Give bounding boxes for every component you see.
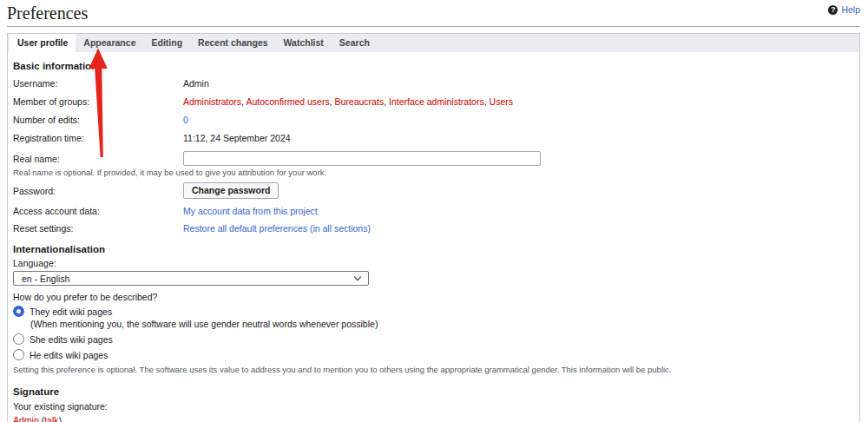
real-name-hint: Real name is optional. If provided, it m…	[13, 168, 854, 177]
tab-user-profile[interactable]: User profile	[10, 34, 76, 52]
signature-talk-link[interactable]: talk	[44, 415, 58, 422]
password-row: Password: Change password	[13, 182, 854, 199]
gender-option-they-label: They edit wiki pages	[30, 307, 112, 317]
radio-unselected-icon[interactable]	[13, 333, 24, 345]
radio-unselected-icon[interactable]	[13, 349, 24, 360]
help-link-label[interactable]: Help	[841, 4, 860, 15]
radio-selected-icon[interactable]	[13, 306, 24, 317]
group-link[interactable]: Bureaucrats	[335, 96, 385, 107]
language-label: Language:	[13, 259, 854, 268]
gender-option-she-label: She edits wiki pages	[30, 334, 113, 345]
language-select[interactable]: en - English	[13, 271, 369, 286]
username-row: Username: Admin	[13, 78, 854, 89]
group-link[interactable]: Autoconfirmed users	[246, 96, 329, 107]
page-title: Preferences	[7, 0, 88, 24]
help-link[interactable]: ? Help	[828, 4, 860, 15]
member-of-groups-row: Member of groups: Administrators, Autoco…	[13, 96, 854, 107]
signature-user-link[interactable]: Admin	[13, 415, 39, 422]
existing-signature-value: Admin (talk)	[13, 416, 854, 422]
page-header: Preferences ? Help	[7, 0, 860, 27]
tab-recent-changes[interactable]: Recent changes	[190, 34, 276, 52]
tab-bar: User profile Appearance Editing Recent c…	[8, 34, 859, 52]
username-value: Admin	[183, 78, 854, 89]
access-account-data-row: Access account data: My account data fro…	[13, 206, 854, 216]
gender-question-label: How do you prefer to be described?	[13, 293, 854, 302]
gender-option-he[interactable]: He edits wiki pages	[13, 349, 854, 360]
registration-time-label: Registration time:	[13, 133, 183, 143]
real-name-input[interactable]	[183, 151, 541, 166]
group-link[interactable]: Administrators	[183, 96, 241, 107]
access-account-data-label: Access account data:	[13, 206, 183, 216]
chevron-down-icon	[354, 274, 361, 280]
edit-count-link[interactable]: 0	[183, 115, 188, 125]
preferences-panel: User profile Appearance Editing Recent c…	[7, 33, 860, 422]
restore-defaults-link[interactable]: Restore all default preferences (in all …	[183, 223, 371, 234]
section-heading-internationalisation: Internationalisation	[13, 244, 854, 254]
tab-content-user-profile: Basic information Username: Admin Member…	[8, 52, 859, 422]
gender-option-they[interactable]: They edit wiki pages	[13, 306, 854, 317]
reset-settings-label: Reset settings:	[13, 223, 183, 234]
signature-paren: )	[59, 415, 62, 422]
real-name-label: Real name:	[13, 154, 183, 164]
gender-option-they-note: (When mentioning you, the software will …	[30, 320, 854, 329]
account-data-link[interactable]: My account data from this project	[183, 206, 318, 216]
section-heading-basic-information: Basic information	[13, 61, 854, 71]
number-of-edits-row: Number of edits: 0	[13, 115, 854, 125]
gender-preference-note: Setting this preference is optional. The…	[13, 365, 854, 374]
tab-watchlist[interactable]: Watchlist	[276, 34, 332, 52]
tab-search[interactable]: Search	[332, 34, 378, 52]
registration-time-row: Registration time: 11:12, 24 September 2…	[13, 133, 854, 143]
tab-editing[interactable]: Editing	[143, 34, 190, 52]
password-label: Password:	[13, 186, 183, 196]
registration-time-value: 11:12, 24 September 2024	[183, 133, 854, 143]
group-link[interactable]: Interface administrators	[389, 96, 484, 107]
section-heading-signature: Signature	[13, 386, 854, 397]
username-label: Username:	[13, 78, 183, 89]
change-password-button[interactable]: Change password	[183, 182, 279, 199]
group-link[interactable]: Users	[490, 96, 513, 107]
reset-settings-row: Reset settings: Restore all default pref…	[13, 223, 854, 234]
member-of-groups-label: Member of groups:	[13, 96, 183, 107]
tab-appearance[interactable]: Appearance	[76, 34, 143, 52]
existing-signature-label: Your existing signature:	[13, 402, 854, 412]
gender-option-she[interactable]: She edits wiki pages	[13, 333, 854, 345]
member-of-groups-value: Administrators, Autoconfirmed users, Bur…	[183, 96, 854, 107]
gender-option-he-label: He edits wiki pages	[30, 350, 108, 360]
language-selected-value: en - English	[22, 274, 69, 284]
real-name-row: Real name:	[13, 151, 854, 166]
help-icon: ?	[828, 5, 838, 15]
number-of-edits-label: Number of edits:	[13, 115, 183, 125]
